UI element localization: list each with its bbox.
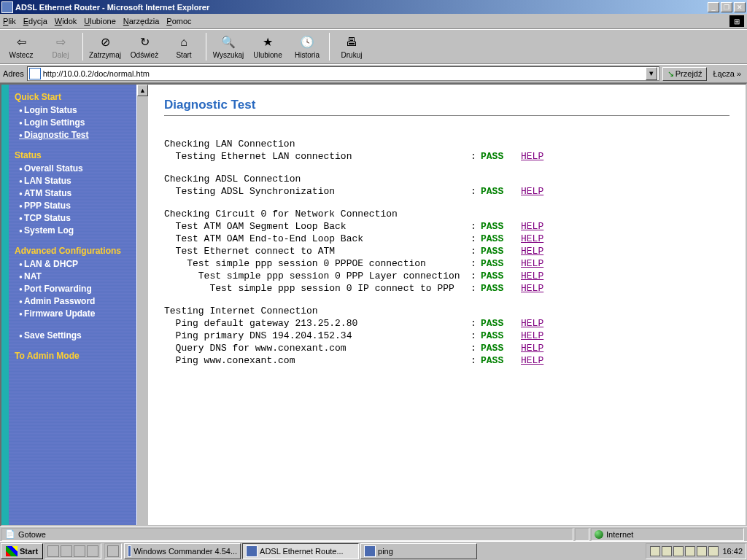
- help-link[interactable]: HELP: [521, 282, 543, 295]
- links-button[interactable]: Łącza »: [710, 68, 744, 79]
- start-button[interactable]: Start: [1, 543, 43, 559]
- close-button[interactable]: ✕: [734, 2, 746, 12]
- refresh-button[interactable]: ↻Odśwież: [125, 31, 164, 62]
- diagnostic-result: PASS: [481, 220, 521, 233]
- address-box[interactable]: ▾: [27, 66, 659, 81]
- sidebar-item[interactable]: Save Settings: [19, 330, 131, 341]
- sidebar-item[interactable]: Login Status: [19, 105, 131, 115]
- stop-icon: ⊘: [98, 35, 112, 50]
- menu-edit[interactable]: Edycja: [23, 17, 47, 26]
- help-link[interactable]: HELP: [521, 270, 543, 282]
- admin-mode-link[interactable]: To Admin Mode: [15, 351, 131, 361]
- diagnostic-row: Testing ADSL Synchronization:PASSHELP: [164, 185, 729, 198]
- quick-launch-icon[interactable]: [107, 545, 119, 557]
- address-bar: Adres ▾ Przejdź Łącza »: [0, 64, 747, 83]
- help-link[interactable]: HELP: [521, 354, 543, 367]
- help-link[interactable]: HELP: [521, 342, 543, 354]
- sidebar-item[interactable]: Port Forwarding: [19, 284, 131, 294]
- home-button[interactable]: ⌂Start: [164, 31, 204, 62]
- history-icon: 🕓: [300, 35, 314, 50]
- help-link[interactable]: HELP: [521, 233, 543, 245]
- diagnostic-label: Ping primary DNS 194.204.152.34: [164, 330, 471, 342]
- home-icon: ⌂: [177, 35, 191, 50]
- status-bar: 📄 Gotowe Internet: [0, 526, 747, 541]
- diagnostic-result: PASS: [481, 257, 521, 270]
- tray-icon[interactable]: [662, 546, 672, 556]
- diagnostic-row: Test ATM OAM Segment Loop Back:PASSHELP: [164, 220, 729, 233]
- tray-icon[interactable]: [685, 546, 695, 556]
- diagnostic-result: PASS: [481, 185, 521, 198]
- address-dropdown[interactable]: ▾: [646, 67, 657, 80]
- diagnostic-row: Testing Ethernet LAN connection:PASSHELP: [164, 150, 729, 163]
- diagnostic-label: Test simple ppp session 0 IP connect to …: [164, 282, 471, 295]
- print-button[interactable]: 🖶Drukuj: [332, 31, 371, 62]
- help-link[interactable]: HELP: [521, 330, 543, 342]
- help-link[interactable]: HELP: [521, 185, 543, 198]
- diagnostic-label: Test ATM OAM End-to-End Loop Back: [164, 233, 471, 245]
- client-area: Quick StartLogin StatusLogin SettingsDia…: [0, 83, 747, 526]
- forward-button[interactable]: ⇨Dalej: [41, 31, 80, 62]
- help-link[interactable]: HELP: [521, 245, 543, 257]
- menu-view[interactable]: Widok: [55, 17, 77, 26]
- menu-file[interactable]: Plik: [3, 17, 16, 26]
- diagnostic-result: PASS: [481, 354, 521, 367]
- help-link[interactable]: HELP: [521, 257, 543, 270]
- diagnostic-result: PASS: [481, 282, 521, 295]
- sidebar-item[interactable]: TCP Status: [19, 213, 131, 223]
- sidebar-item[interactable]: Admin Password: [19, 296, 131, 306]
- taskbar-task[interactable]: ADSL Ethernet Route...: [242, 543, 359, 559]
- refresh-icon: ↻: [137, 35, 152, 50]
- sidebar-item[interactable]: Overall Status: [19, 163, 131, 174]
- stop-button[interactable]: ⊘Zatrzymaj: [85, 31, 125, 62]
- status-text: 📄 Gotowe: [1, 528, 573, 541]
- maximize-button[interactable]: ❐: [721, 2, 732, 12]
- diagnostic-group-header: Checking Circuit 0 for Network Connectio…: [164, 208, 729, 220]
- diagnostic-row: Test simple ppp session 0 IP connect to …: [164, 282, 729, 295]
- menu-favorites[interactable]: Ulubione: [84, 17, 115, 26]
- tray-icon[interactable]: [708, 546, 719, 556]
- favorites-button[interactable]: ★Ulubione: [248, 31, 287, 62]
- sidebar-item[interactable]: Login Settings: [19, 117, 131, 128]
- menu-help[interactable]: Pomoc: [166, 17, 191, 26]
- help-link[interactable]: HELP: [521, 317, 543, 330]
- taskbar-task[interactable]: ping: [360, 543, 477, 559]
- tray-icon[interactable]: [673, 546, 684, 556]
- quick-launch-icon[interactable]: [87, 545, 98, 557]
- sidebar-item[interactable]: PPP Status: [19, 201, 131, 211]
- sidebar-item[interactable]: NAT: [19, 271, 131, 281]
- sidebar-item[interactable]: Diagnostic Test: [19, 130, 131, 140]
- search-button[interactable]: 🔍Wyszukaj: [209, 31, 248, 62]
- tray-icon[interactable]: [697, 546, 707, 556]
- menu-tools[interactable]: Narzędzia: [123, 17, 160, 26]
- address-label: Adres: [3, 69, 24, 78]
- sidebar-item[interactable]: System Log: [19, 225, 131, 236]
- clock[interactable]: 16:42: [722, 547, 743, 556]
- history-button[interactable]: 🕓Historia: [287, 31, 327, 62]
- page-icon: 📄: [5, 529, 15, 539]
- go-button[interactable]: Przejdź: [662, 67, 708, 81]
- quick-launch-icon[interactable]: [74, 545, 85, 557]
- scroll-up-icon[interactable]: ▲: [137, 85, 148, 96]
- help-link[interactable]: HELP: [521, 150, 543, 163]
- system-tray: 16:42: [646, 543, 746, 559]
- diagnostic-result: PASS: [481, 233, 521, 245]
- sidebar-section-header: Quick Start: [15, 92, 131, 102]
- sidebar-item[interactable]: LAN Status: [19, 176, 131, 186]
- diagnostic-result: PASS: [481, 245, 521, 257]
- sidebar-item[interactable]: Firmware Update: [19, 308, 131, 319]
- minimize-button[interactable]: _: [708, 2, 719, 12]
- back-button[interactable]: ⇦Wstecz: [1, 31, 41, 62]
- help-link[interactable]: HELP: [521, 220, 543, 233]
- sidebar-scrollbar[interactable]: ▲: [136, 85, 148, 525]
- quick-launch-icon[interactable]: [47, 545, 59, 557]
- ie-logo-icon: ⊞: [729, 15, 744, 27]
- diagnostic-label: Test Ethernet connect to ATM: [164, 245, 471, 257]
- address-input[interactable]: [43, 69, 646, 78]
- tray-icon[interactable]: [650, 546, 660, 556]
- sidebar-item[interactable]: ATM Status: [19, 188, 131, 198]
- diagnostic-row: Test ATM OAM End-to-End Loop Back:PASSHE…: [164, 233, 729, 245]
- quick-launch-icon[interactable]: [61, 545, 72, 557]
- sidebar-item[interactable]: LAN & DHCP: [19, 259, 131, 269]
- taskbar-task[interactable]: Windows Commander 4.54...: [124, 543, 241, 559]
- diagnostic-label: Query DNS for www.conexant.com: [164, 342, 471, 354]
